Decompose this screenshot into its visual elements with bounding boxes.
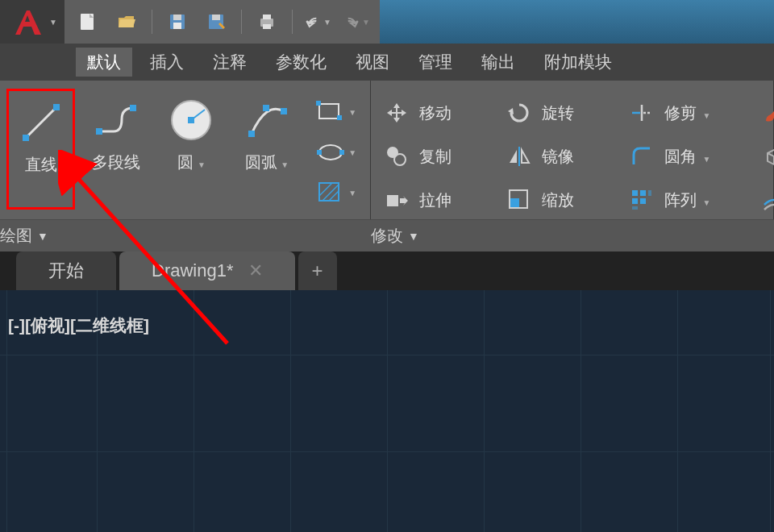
circle-icon (166, 95, 216, 145)
tab-add-button[interactable]: + (298, 251, 337, 290)
viewport-label[interactable]: [-][俯视][二维线框] (8, 314, 149, 337)
svg-rect-43 (648, 190, 651, 196)
svg-rect-39 (632, 190, 638, 196)
tool-fillet[interactable]: 圆角 ▼ (627, 137, 742, 176)
document-tabs: 开始 Drawing1* ✕ + (0, 251, 774, 290)
move-icon (382, 98, 411, 127)
svg-rect-7 (263, 15, 271, 19)
panel-modify: 移动 旋转 修剪 ▼ 复制 镜像 圆角 ▼ 拉伸 缩放 阵列 ▼ (371, 81, 774, 219)
app-logo[interactable]: ▼ (0, 0, 64, 44)
panel-modify-title[interactable]: 修改▼ (371, 225, 419, 247)
svg-rect-8 (263, 24, 271, 29)
tool-box3d[interactable] (750, 137, 774, 176)
svg-rect-13 (130, 105, 136, 111)
qat-saveas-icon[interactable] (202, 8, 230, 35)
tab-drawing1-label: Drawing1* (152, 260, 234, 281)
polyline-icon (91, 95, 141, 145)
qat-separator (241, 10, 242, 34)
rotate-icon (505, 98, 534, 127)
tool-hatch[interactable]: ▼ (312, 176, 359, 210)
panel-draw: 直线 多段线 圆 ▼ (0, 81, 371, 219)
svg-rect-5 (212, 15, 220, 20)
svg-rect-2 (173, 15, 181, 20)
tab-view[interactable]: 视图 (344, 48, 401, 77)
svg-point-34 (394, 154, 406, 165)
tool-circle[interactable]: 圆 ▼ (157, 89, 226, 210)
app-menu-dropdown-icon: ▼ (49, 18, 57, 27)
svg-rect-12 (96, 128, 102, 135)
array-icon (627, 185, 656, 214)
svg-rect-24 (317, 150, 322, 155)
dropdown-icon: ▼ (348, 189, 356, 197)
tool-brush[interactable] (750, 94, 774, 132)
qat-undo-icon[interactable]: ▼ (304, 8, 331, 35)
fillet-icon (627, 142, 656, 171)
trim-icon (627, 98, 656, 127)
tool-offset[interactable] (750, 181, 774, 219)
tool-circle-label: 圆 ▼ (177, 152, 206, 173)
qat-print-icon[interactable] (253, 8, 281, 35)
tool-ellipse[interactable]: ▼ (312, 135, 359, 169)
mirror-icon (505, 142, 534, 171)
svg-point-33 (387, 147, 398, 158)
tool-copy[interactable]: 复制 (382, 137, 497, 176)
offset-icon (759, 185, 774, 214)
tool-line-label: 直线 (25, 154, 57, 176)
qat-save-icon[interactable] (164, 8, 191, 35)
tab-default[interactable]: 默认 (76, 48, 132, 77)
dropdown-icon: ▼ (348, 148, 356, 157)
tab-output[interactable]: 输出 (470, 48, 526, 77)
tab-insert[interactable]: 插入 (139, 48, 195, 77)
qat-new-icon[interactable] (74, 8, 102, 35)
stretch-icon (382, 185, 411, 214)
box3d-icon (759, 142, 774, 171)
tool-line[interactable]: 直线 (6, 89, 75, 210)
tab-manage[interactable]: 管理 (407, 48, 464, 77)
tool-move[interactable]: 移动 (382, 94, 497, 132)
svg-rect-19 (281, 108, 287, 114)
qat-redo-icon[interactable]: ▼ (343, 8, 370, 35)
qat-open-icon[interactable] (113, 8, 140, 35)
tool-array[interactable]: 阵列 ▼ (627, 181, 742, 219)
line-icon (16, 98, 66, 148)
tool-stretch[interactable]: 拉伸 (382, 181, 497, 219)
brush-icon (759, 98, 774, 127)
dropdown-icon: ▼ (195, 160, 206, 169)
svg-line-9 (26, 107, 56, 138)
tab-annotate[interactable]: 注释 (202, 48, 258, 77)
copy-icon (382, 142, 411, 171)
svg-rect-20 (319, 104, 339, 118)
tab-addins[interactable]: 附加模块 (533, 48, 623, 77)
dropdown-icon: ▼ (279, 160, 289, 169)
svg-rect-25 (339, 150, 344, 155)
svg-rect-17 (248, 131, 255, 137)
svg-rect-40 (640, 190, 646, 196)
tool-mirror[interactable]: 镜像 (505, 137, 619, 176)
tool-scale[interactable]: 缩放 (505, 181, 619, 219)
dropdown-icon: ▼ (323, 18, 331, 27)
titlebar-spacer (380, 0, 774, 44)
titlebar: ▼ ▼ ▼ (0, 0, 774, 44)
tab-parametric[interactable]: 参数化 (264, 48, 338, 77)
tab-drawing1[interactable]: Drawing1* ✕ (119, 251, 295, 290)
panel-draw-title[interactable]: 绘图▼ (0, 225, 48, 247)
chevron-down-icon: ▼ (408, 230, 419, 243)
tool-rotate[interactable]: 旋转 (505, 94, 619, 132)
svg-rect-11 (53, 104, 60, 110)
tool-polyline[interactable]: 多段线 (81, 89, 150, 210)
tool-rectangle[interactable]: ▼ (312, 95, 359, 129)
tool-trim[interactable]: 修剪 ▼ (627, 94, 742, 132)
arc-icon (242, 95, 292, 145)
tool-arc-label: 圆弧 ▼ (245, 152, 289, 173)
dropdown-icon: ▼ (348, 108, 356, 117)
close-icon[interactable]: ✕ (248, 260, 263, 281)
tab-start[interactable]: 开始 (16, 251, 116, 290)
chevron-down-icon: ▼ (37, 230, 48, 243)
svg-rect-18 (263, 105, 269, 111)
qat-separator (152, 10, 152, 34)
svg-rect-42 (640, 198, 646, 204)
tool-arc[interactable]: 圆弧 ▼ (232, 89, 301, 210)
scale-icon (505, 185, 534, 214)
drawing-canvas[interactable]: [-][俯视][二维线框] (0, 290, 774, 532)
svg-rect-41 (632, 198, 638, 204)
